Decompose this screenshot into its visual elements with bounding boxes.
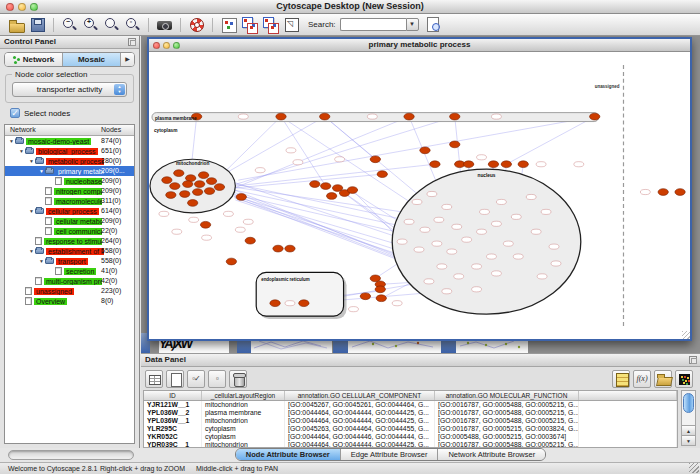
app-resize-grip[interactable] [689, 463, 699, 473]
zoom-selected-icon[interactable] [103, 16, 120, 33]
table-scrollbar[interactable]: ▲ ▼ [681, 390, 696, 446]
network-tree-row[interactable]: ▼establishment of lo558(0) [5, 246, 134, 256]
network-tree-header: Network Nodes [5, 125, 134, 136]
tab-edge-attribute-browser[interactable]: Edge Attribute Browser [341, 449, 439, 460]
table-cell: YJR121W__1 [144, 401, 202, 409]
mitochondrion-label: mitochondrion [176, 161, 209, 166]
vizmapper-network-icon[interactable] [220, 16, 237, 33]
select-nodes-checkbox[interactable]: ✓ [10, 108, 20, 118]
function-builder-icon[interactable]: f(x) [633, 370, 651, 388]
import-attributes-icon[interactable] [654, 370, 672, 388]
network-tree-row[interactable]: ▼biological_process651(0) [5, 146, 134, 156]
attribute-matrix-icon[interactable] [675, 370, 693, 388]
network-tree-row[interactable]: ▼metabolic process280(0) [5, 156, 134, 166]
network-tree-row[interactable]: macromolecule311(0) [5, 196, 134, 206]
view-resize-grip[interactable] [682, 331, 690, 339]
open-session-icon[interactable] [8, 16, 25, 33]
table-row[interactable]: YPL036W__1mitochondrion[GO:0044464, GO:0… [144, 417, 677, 425]
region-nucleus[interactable] [392, 169, 581, 314]
network-tree-row[interactable]: response to stimulu264(0) [5, 236, 134, 246]
delete-attribute-icon[interactable] [229, 370, 247, 388]
table-row[interactable]: YDR039C__1mitochondrion[GO:0044464, GO:0… [144, 441, 677, 448]
status-message: Middle-click + drag to PAN [196, 465, 278, 472]
table-column-header[interactable]: annotation.GO MOLECULAR_FUNCTION [435, 391, 579, 400]
node-color-dropdown[interactable]: transporter activity ▲▼ [12, 82, 127, 97]
network-tree-row[interactable]: Overview8(0) [5, 296, 134, 306]
table-row[interactable]: YJR121W__1mitochondrion[GO:0045267, GO:0… [144, 401, 677, 409]
network-tree-row[interactable]: ▼primary metabo209(0... [5, 166, 134, 176]
select-attributes-icon[interactable] [145, 370, 163, 388]
network-canvas[interactable]: plasma membrane cytoplasm mitochondrion … [149, 52, 690, 339]
table-column-header[interactable]: ID [144, 391, 202, 400]
app-titlebar[interactable]: Cytoscape Desktop (New Session) [0, 0, 700, 14]
status-bar: Welcome to Cytoscape 2.8.1Right-click + … [0, 462, 700, 474]
unselect-attributes-icon[interactable]: ▫▫ [208, 370, 226, 388]
snapshot-icon[interactable] [156, 16, 173, 33]
control-panel-tabs: Network Mosaic ▶ [4, 52, 135, 67]
tab-mosaic[interactable]: Mosaic [63, 53, 121, 66]
search-label: Search: [308, 20, 336, 29]
network-tree-row[interactable]: nitrogen compo209(0) [5, 186, 134, 196]
table-row[interactable]: YLR295Ccytoplasm[GO:0045263, GO:0044464,… [144, 425, 677, 433]
scroll-up-button[interactable]: ▲ [682, 425, 695, 435]
attribute-list-icon[interactable] [612, 370, 630, 388]
network-graph[interactable]: plasma membrane cytoplasm mitochondrion … [149, 52, 690, 339]
table-cell: [GO:0044464, GO:0044444, GO:0044425, G..… [285, 441, 435, 448]
save-session-icon[interactable] [29, 16, 46, 33]
network-tree-row[interactable]: ▼cellular process614(0) [5, 206, 134, 216]
network-view-window[interactable]: primary metabolic process plasma membran… [147, 37, 692, 341]
table-cell [579, 401, 677, 409]
tab-overflow-arrow[interactable]: ▶ [121, 53, 134, 66]
search-input[interactable] [340, 18, 406, 31]
network-tree-row[interactable]: unassigned223(0) [5, 286, 134, 296]
tab-network-attribute-browser[interactable]: Network Attribute Browser [438, 449, 545, 460]
select-all-attributes-icon[interactable]: ▫✓▫✓ [187, 370, 205, 388]
network-tab-icon [13, 56, 21, 64]
control-panel: Control Panel Network Mosaic ▶ Node colo… [0, 36, 140, 448]
table-row[interactable]: YKR052Ccytoplasm[GO:0044464, GO:0044446,… [144, 433, 677, 441]
network-tree-row[interactable]: nucleobase-209(0) [5, 176, 134, 186]
float-panel-icon[interactable] [689, 356, 697, 364]
table-cell: [GO:0044464, GO:0044444, GO:0044425, G..… [285, 417, 435, 425]
network-tree-row[interactable]: ▼mosaic-demo-yeast874(0) [5, 136, 134, 146]
plugin-network-icon-b[interactable] [262, 16, 279, 33]
scroll-down-button[interactable]: ▼ [682, 435, 695, 445]
toolbar-separator [212, 18, 213, 32]
cytoscape-app-window: Cytoscape Desktop (New Session) − + ▫ Se… [0, 0, 700, 474]
zoom-fit-icon[interactable]: ▫ [124, 16, 141, 33]
table-cell: mitochondrion [202, 441, 285, 448]
select-nodes-label: Select nodes [24, 109, 70, 118]
zoom-out-icon[interactable]: − [61, 16, 78, 33]
help-icon[interactable] [188, 16, 205, 33]
table-column-header[interactable]: annotation.GO CELLULAR_COMPONENT [285, 391, 435, 400]
tab-node-attribute-browser[interactable]: Node Attribute Browser [236, 449, 341, 460]
tab-network[interactable]: Network [5, 53, 63, 66]
search-dropdown-arrow[interactable]: ▼ [406, 18, 419, 31]
table-row[interactable]: YPL036W__2plasma membrane[GO:0044464, GO… [144, 409, 677, 417]
tree-column-network[interactable]: Network [10, 126, 36, 133]
tree-column-nodes[interactable]: Nodes [101, 126, 121, 133]
create-attribute-icon[interactable] [166, 370, 184, 388]
float-panel-icon[interactable] [128, 38, 136, 46]
network-tree-row[interactable]: cell communicat22(0) [5, 226, 134, 236]
control-panel-title: Control Panel [4, 37, 56, 46]
node-color-selection-group: Node color selection transporter activit… [5, 74, 134, 103]
network-tree-row[interactable]: ▼transport558(0) [5, 256, 134, 266]
select-nodes-row: ✓ Select nodes [10, 108, 139, 118]
browser-tab-group: Node Attribute BrowserEdge Attribute Bro… [235, 448, 546, 461]
status-message: Welcome to Cytoscape 2.8.1 [8, 465, 97, 472]
network-window-titlebar[interactable]: primary metabolic process [149, 39, 690, 52]
scrollbar-thumb[interactable] [683, 393, 694, 413]
network-tree-row[interactable]: multi-organism pro42(0) [5, 276, 134, 286]
data-panel: Data Panel ▫✓▫✓ ▫▫ f(x) ID_cellularLayou… [141, 353, 700, 448]
enhanced-search-icon[interactable] [424, 16, 441, 33]
plugin-network-icon-a[interactable] [241, 16, 258, 33]
network-tree-row[interactable]: cellular metabol209(0) [5, 216, 134, 226]
import-network-icon[interactable] [283, 16, 300, 33]
data-panel-title: Data Panel [145, 355, 186, 364]
zoom-in-icon[interactable]: + [82, 16, 99, 33]
network-tree-row[interactable]: secretion41(0) [5, 266, 134, 276]
table-column-header[interactable] [579, 391, 677, 400]
table-column-header[interactable]: _cellularLayoutRegion [202, 391, 285, 400]
table-cell: YDR039C__1 [144, 441, 202, 448]
